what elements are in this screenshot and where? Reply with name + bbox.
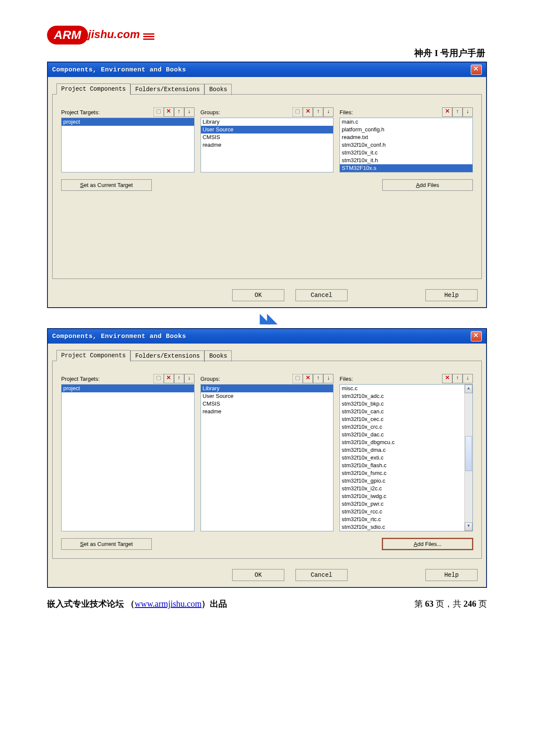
list-item[interactable]: stm32f10x_adc.c [340,392,464,400]
help-button[interactable]: Help [425,569,478,581]
move-up-icon[interactable]: ↑ [313,374,323,383]
list-item[interactable]: stm32f10x_cec.c [340,415,464,423]
list-item[interactable]: stm32f10x_rtc.c [340,516,464,523]
list-item[interactable]: STM32F10x.s [340,164,472,172]
list-item[interactable]: stm32f10x_dma.c [340,446,464,454]
move-up-icon[interactable]: ↑ [174,107,184,117]
move-down-icon[interactable]: ↓ [323,107,333,117]
list-item[interactable]: stm32f10x_flash.c [340,462,464,469]
delete-icon[interactable]: ✕ [442,107,452,117]
add-files-button[interactable]: Add Files... [382,538,473,550]
list-item[interactable]: CMSIS [201,400,333,408]
new-icon[interactable]: ▢ [153,107,164,117]
list-item[interactable]: stm32f10x_dac.c [340,431,464,439]
list-item[interactable]: main.c [340,118,472,126]
list-item[interactable]: stm32f10x_rcc.c [340,508,464,516]
list-item[interactable]: stm32f10x_can.c [340,408,464,415]
move-up-icon[interactable]: ↑ [313,107,323,117]
list-item[interactable]: stm32f10x_gpio.c [340,477,464,485]
list-item[interactable]: stm32f10x_crc.c [340,423,464,431]
move-down-icon[interactable]: ↓ [184,374,195,383]
footer-page-pre: 第 [414,599,425,608]
files-toolbar: ✕ ↑ ↓ [442,107,473,117]
move-up-icon[interactable]: ↑ [452,107,463,117]
list-item[interactable]: Library [201,118,333,126]
close-icon[interactable]: ✕ [471,331,482,341]
move-up-icon[interactable]: ↑ [174,374,184,383]
move-up-icon[interactable]: ↑ [452,374,463,383]
new-icon[interactable]: ▢ [292,107,303,117]
footer-link[interactable]: www.armjishu.com [135,599,201,608]
tabs: Project Components Folders/Extensions Bo… [56,83,486,94]
targets-list[interactable]: project [61,118,195,172]
groups-toolbar: ▢ ✕ ↑ ↓ [292,107,333,117]
tab-project-components[interactable]: Project Components [56,350,130,361]
list-item[interactable]: readme [201,141,333,149]
help-button[interactable]: Help [425,289,478,301]
list-item[interactable]: misc.c [340,385,464,392]
logo-domain: jishu.com [88,28,140,41]
dialog-title: Components, Environment and Books [52,333,186,340]
files-list[interactable]: main.c platform_config.h readme.txt stm3… [339,118,473,172]
set-current-target-button[interactable]: Set as Current Target [61,538,152,550]
scroll-thumb[interactable] [465,436,472,471]
list-item[interactable]: stm32f10x_conf.h [340,141,472,149]
list-item[interactable]: CMSIS [201,133,333,141]
list-item[interactable]: stm32f10x_sdio.c [340,523,464,531]
list-item[interactable]: project [62,118,194,126]
scrollbar[interactable]: ▲ ▼ [464,385,472,531]
list-item[interactable]: stm32f10x_iwdg.c [340,492,464,500]
groups-list[interactable]: Library User Source CMSIS readme [201,118,334,172]
tab-books[interactable]: Books [204,350,232,362]
doc-title: 神舟 I 号用户手册 [47,47,485,59]
files-label: Files: [339,109,353,116]
add-files-button[interactable]: Add Files [382,179,473,191]
divider: ◣◣ [47,311,487,326]
list-item[interactable]: stm32f10x_exti.c [340,454,464,462]
footer-left-post: ）出品 [201,599,227,608]
move-down-icon[interactable]: ↓ [463,374,473,383]
cancel-button[interactable]: Cancel [295,569,348,581]
close-icon[interactable]: ✕ [471,65,482,75]
list-item[interactable]: stm32f10x_bkp.c [340,400,464,408]
list-item[interactable]: platform_config.h [340,126,472,133]
delete-icon[interactable]: ✕ [303,374,313,383]
ok-button[interactable]: OK [232,569,284,581]
ok-button[interactable]: OK [232,289,284,301]
move-down-icon[interactable]: ↓ [463,107,473,117]
list-item[interactable]: Library [201,385,333,392]
list-item[interactable]: stm32f10x_pwr.c [340,500,464,508]
list-item[interactable]: stm32f10x_i2c.c [340,485,464,492]
list-item[interactable]: stm32f10x_dbgmcu.c [340,439,464,446]
targets-list[interactable]: project [61,384,195,531]
new-icon[interactable]: ▢ [292,374,303,383]
new-icon[interactable]: ▢ [153,374,164,383]
list-item[interactable]: User Source [201,392,333,400]
move-down-icon[interactable]: ↓ [323,374,333,383]
files-list[interactable]: misc.c stm32f10x_adc.c stm32f10x_bkp.c s… [339,384,473,531]
delete-icon[interactable]: ✕ [164,107,174,117]
move-down-icon[interactable]: ↓ [184,107,195,117]
list-item[interactable]: stm32f10x_fsmc.c [340,469,464,477]
tab-folders-extensions[interactable]: Folders/Extensions [130,350,204,362]
delete-icon[interactable]: ✕ [164,374,174,383]
list-item[interactable]: readme [201,408,333,415]
cancel-button[interactable]: Cancel [295,289,348,301]
delete-icon[interactable]: ✕ [442,374,452,383]
groups-list[interactable]: Library User Source CMSIS readme [201,384,334,531]
scroll-down-icon[interactable]: ▼ [465,522,472,531]
logo-arm: ARM [47,26,88,44]
groups-toolbar: ▢ ✕ ↑ ↓ [292,374,333,383]
list-item[interactable]: stm32f10x_it.c [340,149,472,157]
list-item[interactable]: project [62,385,194,392]
groups-label: Groups: [201,109,220,116]
tab-books[interactable]: Books [204,84,232,95]
list-item[interactable]: readme.txt [340,133,472,141]
delete-icon[interactable]: ✕ [303,107,313,117]
list-item[interactable]: User Source [201,126,333,133]
tab-project-components[interactable]: Project Components [56,83,130,95]
scroll-up-icon[interactable]: ▲ [465,385,472,393]
tab-folders-extensions[interactable]: Folders/Extensions [130,84,204,95]
set-current-target-button[interactable]: Set as Current Target [61,179,152,191]
list-item[interactable]: stm32f10x_it.h [340,157,472,164]
